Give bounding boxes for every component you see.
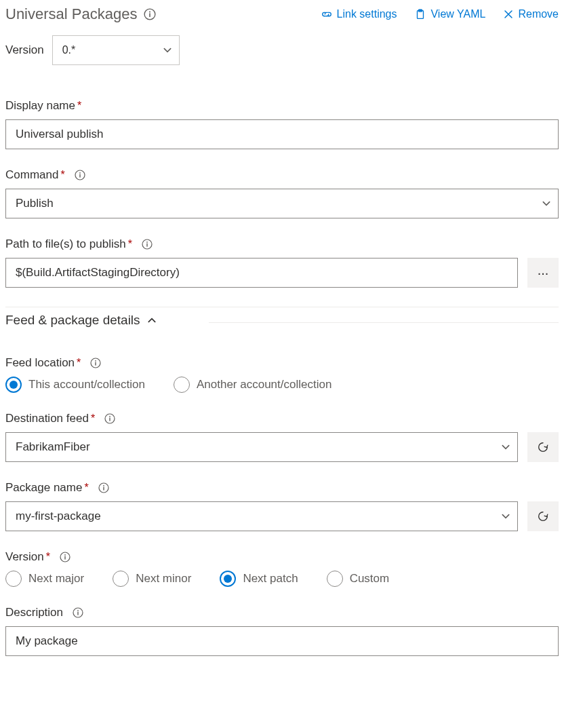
refresh-package-button[interactable] [527, 501, 559, 531]
task-version-row: Version 0.* [5, 35, 559, 65]
section-feed-package[interactable]: Feed & package details [5, 307, 559, 336]
info-icon[interactable] [75, 170, 85, 180]
destination-feed-value: FabrikamFiber [16, 440, 90, 454]
task-version-select[interactable]: 0.* [52, 35, 180, 65]
info-icon[interactable] [142, 239, 153, 250]
refresh-feed-button[interactable] [527, 432, 559, 462]
radio-this-account[interactable]: This account/collection [5, 377, 145, 393]
radio-next-minor[interactable]: Next minor [113, 571, 191, 587]
task-header: Universal Packages Link settings View YA… [5, 5, 559, 23]
svg-rect-19 [103, 487, 104, 491]
command-value: Publish [16, 197, 54, 210]
description-field: Description [5, 606, 559, 656]
command-label: Command* [5, 168, 65, 182]
radio-next-major[interactable]: Next major [5, 571, 84, 587]
clipboard-icon [414, 8, 426, 20]
chevron-down-icon [501, 442, 510, 452]
close-icon [503, 9, 514, 20]
remove-label: Remove [518, 8, 559, 20]
destination-feed-field: Destination feed* FabrikamFiber [5, 412, 559, 462]
description-input[interactable] [5, 626, 559, 656]
feed-location-radio-group: This account/collection Another account/… [5, 377, 559, 393]
radio-another-label: Another account/collection [197, 378, 331, 391]
svg-point-9 [146, 242, 148, 243]
svg-point-18 [103, 485, 104, 486]
svg-point-15 [109, 416, 110, 417]
feed-location-field: Feed location* This account/collection A… [5, 356, 559, 393]
feed-location-label: Feed location* [5, 356, 81, 370]
chevron-down-icon [501, 512, 510, 521]
display-name-input[interactable] [5, 119, 559, 149]
view-yaml-button[interactable]: View YAML [414, 8, 485, 20]
description-label: Description [5, 606, 63, 619]
svg-rect-13 [96, 362, 96, 366]
svg-rect-7 [79, 174, 80, 178]
view-yaml-label: View YAML [430, 8, 485, 20]
link-icon [321, 8, 333, 20]
radio-another-account[interactable]: Another account/collection [174, 377, 331, 393]
info-icon[interactable] [60, 552, 70, 562]
info-icon[interactable] [73, 607, 83, 618]
svg-rect-25 [77, 612, 78, 615]
package-name-field: Package name* my-first-package [5, 481, 559, 531]
info-icon[interactable] [90, 358, 101, 368]
svg-point-6 [79, 172, 81, 174]
command-field: Command* Publish [5, 168, 559, 218]
refresh-icon [537, 510, 549, 522]
refresh-icon [537, 441, 549, 453]
version-label: Version [5, 43, 44, 57]
command-select[interactable]: Publish [5, 189, 559, 218]
browse-button[interactable]: ··· [527, 258, 559, 288]
header-left: Universal Packages [5, 5, 156, 23]
svg-point-1 [149, 11, 150, 12]
link-settings-label: Link settings [337, 8, 397, 20]
info-icon[interactable] [104, 413, 115, 424]
display-name-field: Display name* [5, 99, 559, 149]
svg-rect-16 [109, 418, 110, 421]
version-strategy-radio-group: Next major Next minor Next patch Custom [5, 571, 559, 587]
info-icon[interactable] [98, 482, 109, 493]
package-name-label: Package name* [5, 481, 89, 495]
info-icon[interactable] [144, 8, 156, 20]
svg-rect-22 [64, 556, 65, 560]
destination-feed-select[interactable]: FabrikamFiber [5, 432, 518, 462]
link-settings-button[interactable]: Link settings [321, 8, 397, 20]
radio-custom[interactable]: Custom [327, 571, 390, 587]
version-strategy-field: Version* Next major Next minor Next patc… [5, 550, 559, 587]
chevron-up-icon [147, 315, 157, 325]
radio-this-label: This account/collection [28, 378, 145, 391]
path-input[interactable] [5, 258, 518, 288]
section-title: Feed & package details [5, 313, 140, 328]
path-field: Path to file(s) to publish* ··· [5, 237, 559, 288]
chevron-down-icon [163, 45, 172, 55]
destination-feed-label: Destination feed* [5, 412, 95, 425]
ellipsis-icon: ··· [538, 265, 549, 281]
radio-next-patch[interactable]: Next patch [220, 571, 298, 587]
chevron-down-icon [542, 199, 551, 208]
svg-point-12 [95, 360, 96, 362]
task-title: Universal Packages [5, 5, 137, 23]
svg-point-21 [64, 554, 66, 556]
path-label: Path to file(s) to publish* [5, 237, 132, 251]
header-actions: Link settings View YAML Remove [321, 8, 559, 20]
svg-point-24 [77, 610, 79, 611]
remove-button[interactable]: Remove [503, 8, 559, 20]
svg-rect-10 [146, 244, 147, 247]
display-name-label: Display name* [5, 99, 81, 113]
version-strategy-label: Version* [5, 550, 50, 564]
package-name-value: my-first-package [16, 510, 101, 523]
task-version-value: 0.* [62, 44, 76, 56]
package-name-select[interactable]: my-first-package [5, 501, 518, 531]
svg-rect-2 [150, 13, 151, 17]
